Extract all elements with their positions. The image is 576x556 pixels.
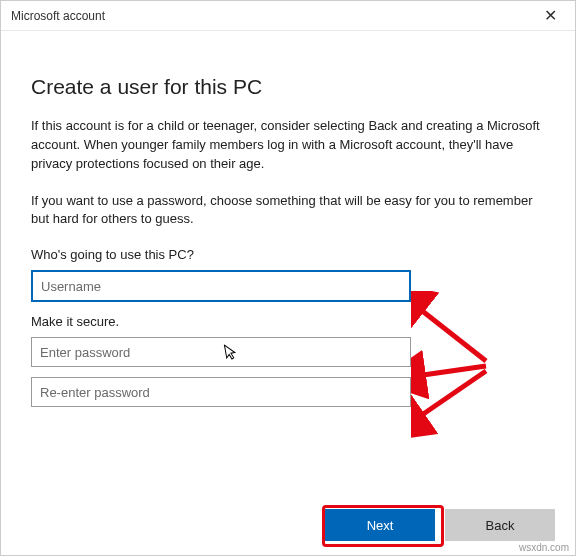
next-button[interactable]: Next	[325, 509, 435, 541]
watermark: wsxdn.com	[519, 542, 569, 553]
username-input[interactable]	[31, 270, 411, 302]
page-heading: Create a user for this PC	[31, 75, 545, 99]
info-paragraph-1: If this account is for a child or teenag…	[31, 117, 545, 174]
dialog-window: Microsoft account ✕ Create a user for th…	[0, 0, 576, 556]
close-icon[interactable]: ✕	[536, 6, 565, 25]
reenter-password-input[interactable]	[31, 377, 411, 407]
secure-label: Make it secure.	[31, 314, 545, 329]
window-title: Microsoft account	[11, 9, 536, 23]
info-paragraph-2: If you want to use a password, choose so…	[31, 192, 545, 230]
username-label: Who's going to use this PC?	[31, 247, 545, 262]
content-area: Create a user for this PC If this accoun…	[1, 31, 575, 407]
password-input[interactable]	[31, 337, 411, 367]
back-button[interactable]: Back	[445, 509, 555, 541]
titlebar: Microsoft account ✕	[1, 1, 575, 31]
button-row: Next Back	[325, 509, 555, 541]
